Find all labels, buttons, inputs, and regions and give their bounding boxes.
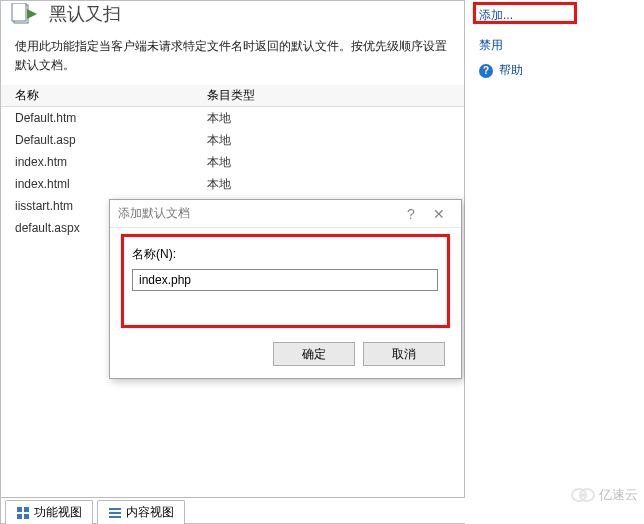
page-description: 使用此功能指定当客户端未请求特定文件名时返回的默认文件。按优先级顺序设置默认文档… (1, 27, 464, 81)
svg-rect-6 (109, 508, 121, 510)
table-row[interactable]: index.html 本地 (1, 173, 464, 195)
help-circle-icon: ? (479, 64, 493, 78)
main-panel: 黑认又扫 使用此功能指定当客户端未请求特定文件名时返回的默认文件。按优先级顺序设… (0, 0, 465, 524)
name-label: 名称(N): (132, 246, 439, 263)
svg-rect-8 (109, 516, 121, 518)
close-icon[interactable]: ✕ (425, 206, 453, 222)
actions-panel: 添加... 禁用 ? 帮助 (465, 0, 644, 524)
tab-content-view[interactable]: 内容视图 (97, 500, 185, 524)
page-title: 黑认又扫 (49, 2, 121, 26)
add-default-document-dialog: 添加默认文档 ? ✕ 名称(N): 确定 取消 (109, 199, 462, 379)
table-row[interactable]: index.htm 本地 (1, 151, 464, 173)
cancel-button[interactable]: 取消 (363, 342, 445, 366)
col-type-header: 条目类型 (201, 87, 464, 104)
action-add[interactable]: 添加... (471, 4, 638, 27)
dialog-titlebar[interactable]: 添加默认文档 ? ✕ (110, 200, 461, 228)
dialog-title-text: 添加默认文档 (118, 205, 190, 222)
name-input[interactable] (132, 269, 438, 291)
content-icon (108, 506, 122, 520)
svg-rect-5 (24, 514, 29, 519)
svg-rect-3 (24, 507, 29, 512)
ok-button[interactable]: 确定 (273, 342, 355, 366)
action-help[interactable]: ? 帮助 (465, 58, 644, 83)
action-disable[interactable]: 禁用 (465, 33, 644, 58)
page-header: 黑认又扫 (1, 1, 464, 27)
tab-features-view[interactable]: 功能视图 (5, 500, 93, 524)
tab-label: 功能视图 (34, 504, 82, 521)
table-header: 名称 条目类型 (1, 85, 464, 107)
svg-rect-7 (109, 512, 121, 514)
col-name-header: 名称 (1, 87, 201, 104)
svg-point-11 (581, 493, 585, 497)
watermark: 亿速云 (571, 486, 638, 504)
svg-rect-4 (17, 514, 22, 519)
help-icon[interactable]: ? (397, 206, 425, 222)
view-tabs: 功能视图 内容视图 (1, 497, 466, 523)
svg-rect-1 (12, 3, 26, 21)
tab-label: 内容视图 (126, 504, 174, 521)
table-row[interactable]: Default.asp 本地 (1, 129, 464, 151)
svg-rect-2 (17, 507, 22, 512)
features-icon (16, 506, 30, 520)
table-row[interactable]: Default.htm 本地 (1, 107, 464, 129)
default-document-icon (11, 2, 43, 26)
